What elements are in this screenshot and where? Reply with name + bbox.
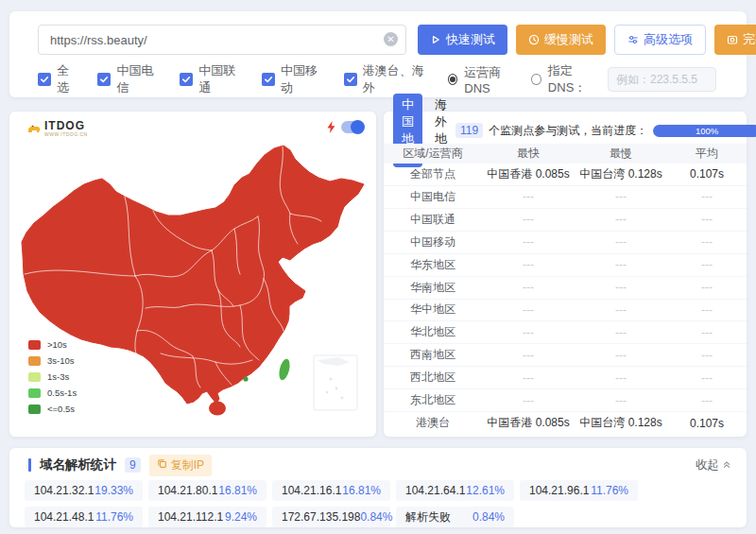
ip-percentage: 16.81% <box>218 484 257 497</box>
results-table-header: 区域/运营商 最快 最慢 平均 <box>384 144 747 164</box>
checkbox-checked-icon <box>262 73 275 86</box>
lightning-icon <box>327 121 335 133</box>
cell-slowest: --- <box>575 235 667 249</box>
dns-stats-header: 域名解析统计 9 复制IP 收起 <box>28 456 731 474</box>
button-label: 高级选项 <box>644 31 693 48</box>
ip-value: 104.21.48.1 <box>34 510 94 524</box>
cell-region: 港澳台 <box>384 415 482 431</box>
table-row: 西北地区--------- <box>384 367 747 389</box>
hainan-shape <box>209 402 226 416</box>
legend-item: 1s-3s <box>28 371 77 382</box>
cell-slowest: --- <box>575 326 667 339</box>
cell-avg: 0.107s <box>667 417 747 430</box>
url-input-wrap: ✕ <box>38 25 406 55</box>
collapse-chevrons-icon <box>722 458 731 472</box>
ip-stat-cell: 104.21.80.116.81% <box>148 480 266 501</box>
copy-ip-label: 复制IP <box>171 457 204 474</box>
checkbox-中国移动[interactable]: 中国移动 <box>262 62 323 96</box>
cell-region: 华北地区 <box>384 324 482 340</box>
ip-percentage: 19.33% <box>94 484 133 497</box>
legend-swatch <box>28 356 41 366</box>
checkbox-label: 中国移动 <box>281 62 323 96</box>
progress-bar: 100% <box>653 125 756 137</box>
slow-test-button[interactable]: 缓慢测试 <box>516 25 606 55</box>
screenshot-icon <box>727 34 738 45</box>
custom-dns-radio[interactable] <box>531 74 541 85</box>
cell-region: 西北地区 <box>384 370 482 386</box>
toolbar-card: ✕ 快速测试缓慢测试高级选项完整截图 全选中国电信中国联通中国移动港澳台、海外 … <box>9 11 747 97</box>
cell-slowest: 中国台湾 0.128s <box>575 415 667 431</box>
clear-input-icon[interactable]: ✕ <box>384 32 398 46</box>
table-row: 华东地区--------- <box>384 254 747 277</box>
ip-value: 104.21.16.1 <box>282 484 341 497</box>
legend-swatch <box>28 372 41 382</box>
checkbox-checked-icon <box>180 73 193 86</box>
cell-slowest: --- <box>575 349 667 362</box>
cell-fastest: --- <box>482 371 575 385</box>
cell-fastest: --- <box>482 213 575 226</box>
cell-region: 中国联通 <box>384 212 482 228</box>
col-slowest: 最慢 <box>575 146 667 162</box>
ip-value: 解析失败 <box>405 509 451 525</box>
cell-avg: --- <box>667 281 747 294</box>
table-row: 港澳台中国香港 0.085s中国台湾 0.128s0.107s <box>384 412 747 434</box>
cell-slowest: --- <box>575 213 667 226</box>
ip-stats-grid: 104.21.32.119.33%104.21.80.116.81%104.21… <box>25 480 638 527</box>
dns-group: 运营商DNS 指定DNS： <box>448 62 716 96</box>
ip-percentage: 16.81% <box>342 484 381 497</box>
cell-avg: --- <box>667 326 747 339</box>
cell-fastest: 中国香港 0.085s <box>482 415 575 431</box>
advanced-options-button[interactable]: 高级选项 <box>614 25 706 55</box>
legend-item: <=0.5s <box>28 404 77 414</box>
collapse-button[interactable]: 收起 <box>696 457 731 474</box>
monitor-count-badge: 119 <box>455 123 483 138</box>
map-mode-toggle[interactable] <box>341 121 364 133</box>
cell-avg: --- <box>667 190 747 203</box>
carrier-dns-radio[interactable] <box>448 74 457 85</box>
cell-region: 华南地区 <box>384 280 482 296</box>
cell-region: 华东地区 <box>384 257 482 273</box>
checkbox-中国联通[interactable]: 中国联通 <box>180 62 241 96</box>
custom-dns-label: 指定DNS： <box>548 62 601 96</box>
button-label: 完整截图 <box>743 31 756 48</box>
ip-value: 104.21.32.1 <box>34 484 94 497</box>
cell-avg: --- <box>667 235 747 249</box>
custom-dns-input[interactable] <box>608 67 716 92</box>
clock-icon <box>528 34 540 45</box>
table-row: 西南地区--------- <box>384 344 747 367</box>
checkbox-港澳台、海外[interactable]: 港澳台、海外 <box>344 62 427 96</box>
checkbox-checked-icon <box>38 73 51 86</box>
ip-value: 104.21.112.1 <box>158 510 223 524</box>
legend-swatch <box>28 388 41 398</box>
ip-stat-cell: 104.21.32.119.33% <box>25 480 143 501</box>
copy-ip-button[interactable]: 复制IP <box>149 455 212 476</box>
col-average: 平均 <box>667 146 747 162</box>
ip-value: 104.21.96.1 <box>529 484 589 497</box>
table-row: 华中地区--------- <box>384 300 747 322</box>
ip-stat-cell: 104.21.16.116.81% <box>272 480 390 501</box>
ip-percentage: 12.61% <box>466 484 505 497</box>
legend-item: >10s <box>28 339 77 350</box>
hongkong-dot <box>243 376 248 381</box>
ip-stat-cell: 104.21.64.112.61% <box>396 480 514 501</box>
results-table-body: 全部节点中国香港 0.085s中国台湾 0.128s0.107s中国电信----… <box>384 164 747 434</box>
url-input[interactable] <box>38 25 406 55</box>
checkbox-中国电信[interactable]: 中国电信 <box>97 62 159 96</box>
cell-region: 华中地区 <box>384 301 482 318</box>
full-screenshot-button[interactable]: 完整截图 <box>714 25 756 55</box>
cell-avg: --- <box>667 371 747 385</box>
cell-fastest: 中国香港 0.085s <box>482 166 575 182</box>
ip-value: 172.67.135.198 <box>282 510 360 524</box>
cell-avg: 0.107s <box>667 167 747 181</box>
ip-percentage: 11.76% <box>95 510 133 524</box>
legend-label: 0.5s-1s <box>47 388 77 398</box>
quick-test-button[interactable]: 快速测试 <box>418 25 507 55</box>
cell-region: 中国电信 <box>384 189 482 205</box>
button-label: 缓慢测试 <box>544 31 593 48</box>
cell-slowest: --- <box>575 303 667 317</box>
checkbox-全选[interactable]: 全选 <box>38 62 77 96</box>
cell-slowest: --- <box>575 281 667 294</box>
cell-fastest: --- <box>482 349 575 362</box>
map-legend: >10s3s-10s1s-3s0.5s-1s<=0.5s <box>28 339 77 414</box>
south-china-sea-inset <box>314 355 357 410</box>
